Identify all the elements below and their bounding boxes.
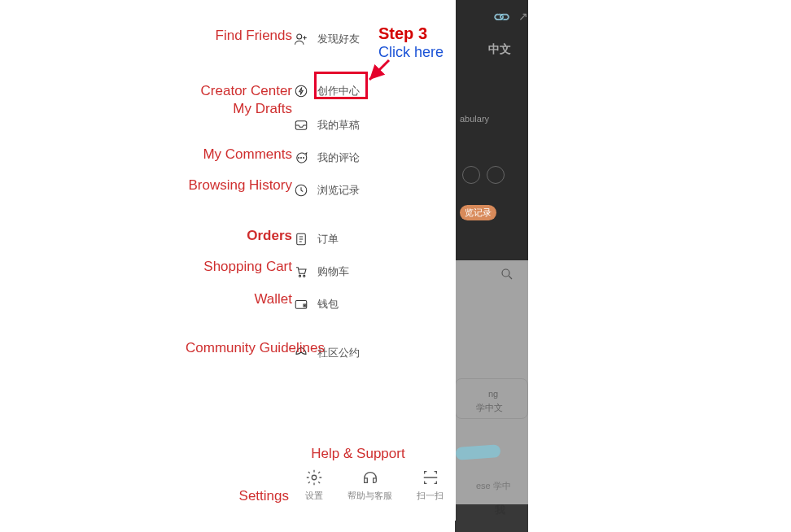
en-creator-center: Creator Center xyxy=(146,83,292,99)
en-browsing-history: Browsing History xyxy=(146,177,292,194)
en-wallet: Wallet xyxy=(146,291,292,307)
bottom-help-label: 帮助与客服 xyxy=(347,490,392,502)
menu-wallet[interactable]: 钱包 xyxy=(293,293,339,316)
menu-browsing-history-label: 浏览记录 xyxy=(317,183,360,198)
cart-icon xyxy=(293,264,309,280)
menu-my-drafts-label: 我的草稿 xyxy=(317,118,360,133)
phone-background-top xyxy=(455,0,528,260)
phone-top-icons xyxy=(488,10,528,23)
svg-point-0 xyxy=(502,269,509,277)
bottom-scan-label: 扫一扫 xyxy=(417,490,444,502)
bg-learn1: ng xyxy=(488,389,498,399)
menu-browsing-history[interactable]: 浏览记录 xyxy=(293,179,360,202)
menu-my-drafts[interactable]: 我的草稿 xyxy=(293,114,360,137)
menu-orders-label: 订单 xyxy=(317,232,339,246)
wallet-icon xyxy=(293,296,309,312)
headset-icon xyxy=(361,469,379,486)
bg-circle2 xyxy=(487,166,505,184)
en-find-friends: Find Friends xyxy=(146,28,292,44)
en-my-comments: My Comments xyxy=(146,146,292,163)
en-my-drafts: My Drafts xyxy=(146,101,292,117)
bg-me-tab: 我 xyxy=(495,503,505,517)
bottom-help[interactable]: 帮助与客服 xyxy=(347,469,392,502)
bg-vocab: abulary xyxy=(460,114,489,124)
menu-wallet-label: 钱包 xyxy=(317,297,339,312)
svg-point-9 xyxy=(299,275,300,277)
svg-point-2 xyxy=(295,85,307,97)
external-icon xyxy=(518,10,528,23)
en-orders: Orders xyxy=(146,228,292,244)
svg-point-1 xyxy=(297,34,302,39)
step-arrow xyxy=(365,57,397,93)
scan-icon xyxy=(422,469,439,486)
menu-my-comments-label: 我的评论 xyxy=(317,150,360,165)
step-highlight-box xyxy=(314,72,368,99)
chat-icon xyxy=(293,150,309,166)
en-settings: Settings xyxy=(159,488,289,504)
menu-my-comments[interactable]: 我的评论 xyxy=(293,146,360,169)
search-icon xyxy=(500,267,514,285)
svg-point-12 xyxy=(304,305,305,306)
person-plus-icon xyxy=(293,31,309,47)
link-icon xyxy=(495,10,509,23)
bottom-scan[interactable]: 扫一扫 xyxy=(417,469,444,502)
svg-point-13 xyxy=(312,475,317,480)
en-shopping-cart: Shopping Cart xyxy=(146,259,292,275)
bg-learn2: 学中文 xyxy=(476,402,503,414)
history-icon xyxy=(293,182,309,198)
bottom-settings-label: 设置 xyxy=(305,490,323,502)
bolt-icon xyxy=(293,83,309,99)
menu-shopping-cart[interactable]: 购物车 xyxy=(293,260,349,283)
svg-point-5 xyxy=(301,158,302,159)
en-help-support: Help & Support xyxy=(293,446,423,462)
bg-title: 中文 xyxy=(488,42,511,57)
inbox-icon xyxy=(293,117,309,133)
bottom-nav: 设置 帮助与客服 扫一扫 xyxy=(293,469,456,502)
bottom-settings[interactable]: 设置 xyxy=(305,469,323,502)
step-title: Step 3 xyxy=(378,24,427,43)
en-community-guidelines: Community Guidelines xyxy=(129,340,325,356)
menu-find-friends-label: 发现好友 xyxy=(317,32,360,46)
svg-point-10 xyxy=(304,275,305,277)
svg-point-6 xyxy=(304,158,304,159)
svg-point-4 xyxy=(299,158,299,159)
bg-ese: ese 学中 xyxy=(476,480,511,492)
menu-shopping-cart-label: 购物车 xyxy=(317,264,349,279)
menu-find-friends[interactable]: 发现好友 xyxy=(293,28,360,50)
bg-chip-history: 览记录 xyxy=(460,205,496,220)
receipt-icon xyxy=(293,231,309,247)
gear-icon xyxy=(305,469,323,486)
bg-circle1 xyxy=(462,166,480,184)
menu-orders[interactable]: 订单 xyxy=(293,228,339,251)
